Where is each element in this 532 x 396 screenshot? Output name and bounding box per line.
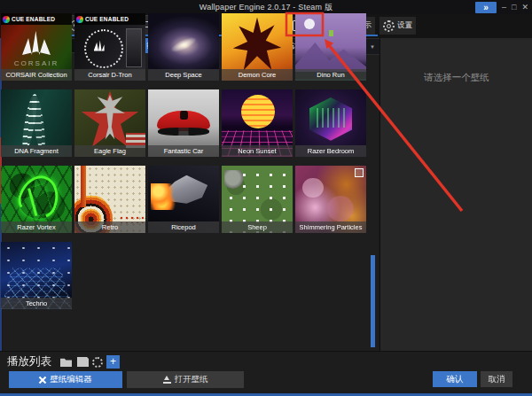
wallpaper-title: Razer Vortex: [1, 221, 72, 233]
wallpaper-editor-label: 壁纸编辑器: [50, 374, 92, 385]
tile-art-layer: [302, 178, 324, 198]
wallpaper-tile[interactable]: Eagle Flag: [74, 89, 145, 157]
wallpaper-tile[interactable]: Ricepod: [148, 166, 219, 233]
tile-art-layer: [224, 170, 246, 190]
wallpaper-title: Ricepod: [148, 221, 219, 233]
wallpaper-title: Eagle Flag: [74, 145, 145, 157]
wallpaper-title: Fantastic Car: [148, 145, 219, 157]
cue-badge-label: CUE ENABLED: [85, 16, 129, 22]
wallpaper-title: Neon Sunset: [222, 145, 293, 157]
preview-panel: 请选择一个壁纸: [379, 38, 532, 351]
save-playlist-icon[interactable]: [77, 357, 89, 367]
tile-art-layer: [158, 128, 209, 136]
cue-badge-label: CUE ENABLED: [12, 16, 55, 22]
select-wallpaper-hint: 请选择一个壁纸: [380, 72, 532, 84]
wallpaper-editor-button[interactable]: 壁纸编辑器: [9, 371, 122, 388]
wallpaper-tile[interactable]: Razer Bedroom: [295, 89, 366, 157]
playlist-label: 播放列表: [7, 354, 51, 369]
wallpaper-tile[interactable]: Razer Vortex: [1, 166, 72, 233]
wallpaper-tile[interactable]: CUE ENABLED Corsair D-Tron: [74, 13, 145, 81]
window-title: Wallpaper Engine 2.0.17 - Steam 版: [200, 2, 332, 13]
wallpaper-tile[interactable]: Demon Core: [222, 13, 293, 81]
tile-art-layer: [295, 35, 366, 73]
wallpaper-title: Deep Space: [148, 69, 219, 81]
wallpaper-tile[interactable]: CORSAIR CUE ENABLED CORSAIR Collection: [1, 13, 72, 81]
cue-enabled-badge: CUE ENABLED: [74, 13, 145, 25]
settings-button[interactable]: 设置: [379, 17, 416, 35]
wallpaper-title: Retro: [74, 221, 145, 233]
expand-button[interactable]: »: [475, 2, 497, 13]
wallpaper-title: Razer Bedroom: [295, 145, 366, 157]
close-button[interactable]: ✕: [521, 2, 528, 13]
wallpaper-title: DNA Fragment: [1, 145, 72, 157]
wallpaper-grid: CORSAIR CUE ENABLED CORSAIR Collection C…: [1, 13, 372, 309]
tile-art-layer: [126, 28, 142, 68]
title-bar: Wallpaper Engine 2.0.17 - Steam 版 » – □ …: [0, 0, 532, 14]
wallpaper-tile[interactable]: Shimmering Particles: [295, 166, 366, 233]
playlist-settings-icon[interactable]: [92, 357, 103, 368]
tile-art-layer: [168, 35, 198, 55]
wallpaper-tile[interactable]: Neon Sunset: [222, 89, 293, 157]
tile-art-layer: [22, 31, 51, 55]
open-wallpaper-label: 打开壁纸: [175, 374, 208, 385]
settings-label: 设置: [397, 20, 412, 31]
wallpaper-tile[interactable]: Retro: [74, 166, 145, 233]
cancel-button[interactable]: 取消: [481, 371, 512, 387]
folder-open-icon[interactable]: [60, 357, 72, 367]
wallpaper-tile[interactable]: Techno: [1, 242, 72, 309]
wallpaper-title: Corsair D-Tron: [74, 69, 145, 81]
maximize-button[interactable]: □: [512, 2, 516, 13]
cue-logo-icon: [3, 16, 10, 23]
wallpaper-tile[interactable]: Fantastic Car: [148, 89, 219, 157]
gear-icon: [383, 20, 395, 32]
wallpaper-tile[interactable]: DNA Fragment: [1, 89, 72, 157]
footer-bar: 播放列表 + 壁纸编辑器 打开壁纸 确认 取消: [0, 351, 532, 394]
tile-watermark: CORSAIR: [1, 59, 72, 67]
wallpaper-title: Dino Run: [295, 69, 366, 81]
tile-art-layer: [329, 30, 333, 36]
tile-art-layer: [304, 19, 315, 29]
tile-art-layer: [241, 95, 275, 128]
tile-checkbox[interactable]: [355, 168, 364, 177]
tile-art-layer: [180, 111, 188, 120]
wallpaper-title: Techno: [1, 298, 72, 309]
confirm-button[interactable]: 确认: [433, 371, 477, 387]
tile-art-layer: [317, 108, 345, 127]
wallpaper-tile[interactable]: Dino Run: [295, 13, 366, 81]
tile-art-layer: [233, 18, 281, 73]
scrollbar-thumb[interactable]: [371, 255, 375, 347]
wallpaper-title: Demon Core: [222, 69, 293, 81]
cue-enabled-badge: CUE ENABLED: [1, 13, 72, 25]
wallpaper-title: CORSAIR Collection: [1, 69, 72, 81]
editor-tools-icon: [39, 377, 46, 384]
open-wallpaper-button[interactable]: 打开壁纸: [127, 371, 244, 388]
wallpaper-tile[interactable]: Deep Space: [148, 13, 219, 81]
wallpaper-tile[interactable]: Sheep: [222, 166, 293, 233]
wallpaper-title: Shimmering Particles: [295, 221, 366, 233]
cue-logo-icon: [76, 16, 83, 23]
add-playlist-button[interactable]: +: [106, 355, 120, 369]
minimize-button[interactable]: –: [502, 2, 506, 13]
tile-art-layer: [151, 183, 176, 210]
tile-art-layer: [327, 196, 354, 221]
wallpaper-title: Sheep: [222, 221, 293, 233]
tile-art-layer: [81, 166, 86, 207]
window-controls: » – □ ✕: [475, 1, 528, 13]
wallpaper-engine-window: Wallpaper Engine 2.0.17 - Steam 版 » – □ …: [0, 0, 532, 396]
open-file-icon: [163, 376, 171, 384]
